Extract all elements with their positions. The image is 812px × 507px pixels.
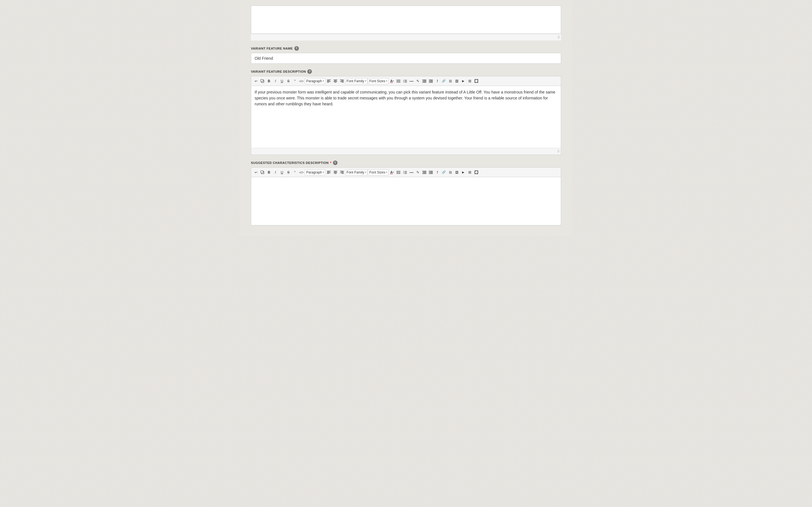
sc-unlink-button[interactable]: ⛓ [447,169,453,175]
sc-text-color-button[interactable]: A ▾ [389,169,395,175]
horizontal-rule-button[interactable]: — [408,78,414,84]
sc-unordered-list-button[interactable] [395,169,402,175]
sc-align-left-button[interactable] [326,169,332,175]
align-center-icon [334,79,337,82]
sc-fullscreen-button[interactable] [473,169,479,175]
font-family-dropdown[interactable]: Font Family ▾ [345,78,368,84]
sc-copy-button[interactable] [259,169,266,175]
resize-handle-icon-2: ⠿ [557,150,560,154]
text-color-arrow: ▾ [393,80,394,82]
variant-feature-description-help-icon[interactable]: ? [307,69,312,74]
sc-ordered-list-button[interactable]: 1. 2. 3. [402,169,408,175]
sc-video-button[interactable]: ▶ [460,169,466,175]
sc-underline-button[interactable]: U [279,169,285,175]
variant-feature-description-toolbar: ↩ B I U S “ </> Paragraph ▾ [251,76,561,86]
svg-point-49 [397,171,398,172]
sc-font-sizes-dropdown-arrow: ▾ [386,171,387,173]
sc-align-center-icon [334,171,337,174]
sc-blockquote-button[interactable]: “ [292,169,298,175]
sc-paragraph-dropdown-arrow: ▾ [323,171,324,173]
code-button[interactable]: </> [298,78,305,84]
svg-text:3.: 3. [403,81,404,82]
sc-align-right-button[interactable] [339,169,345,175]
fullscreen-icon [474,79,478,83]
italic-button[interactable]: I [272,78,278,84]
svg-point-16 [397,81,398,82]
align-right-icon [340,79,344,82]
unordered-list-button[interactable] [395,78,402,84]
sc-image-button[interactable]: 🖼 [454,169,460,175]
suggested-characteristics-content[interactable] [251,177,561,225]
sc-pen-button[interactable]: ✎ [415,169,421,175]
variant-feature-description-content[interactable]: If your previous monster form was intell… [251,86,561,148]
sc-horizontal-rule-button[interactable]: — [408,169,414,175]
svg-rect-1 [261,79,263,82]
variant-feature-name-help-icon[interactable]: ? [294,46,299,51]
outdent-icon [429,79,433,83]
required-asterisk: * [330,161,332,165]
undo-button[interactable]: ↩ [253,78,259,84]
link-button[interactable]: 🔗 [441,78,447,84]
unlink-button[interactable]: ⛓ [447,78,453,84]
suggested-characteristics-toolbar: ↩ B I U S “ </> Paragraph ▾ [251,168,561,177]
indent-right-icon [422,79,426,83]
resize-handle-icon: ⠿ [557,36,560,40]
sc-unordered-list-icon [397,171,400,174]
table-button[interactable]: ⊞ [467,78,473,84]
font-sizes-dropdown-arrow: ▾ [386,80,387,82]
bold-button[interactable]: B [266,78,272,84]
outdent-button[interactable] [428,78,434,84]
exclamation-button[interactable]: ! [434,78,441,84]
sc-font-family-dropdown[interactable]: Font Family ▾ [345,169,368,175]
font-sizes-dropdown[interactable]: Font Sizes ▾ [368,78,389,84]
paragraph-dropdown[interactable]: Paragraph ▾ [305,78,325,84]
sc-paragraph-dropdown[interactable]: Paragraph ▾ [305,169,325,175]
copy-button[interactable] [259,78,266,84]
page-wrapper: ⠿ VARIANT FEATURE NAME ? Old Friend VARI… [240,0,572,237]
ordered-list-button[interactable]: 1. 2. 3. [402,78,408,84]
blockquote-button[interactable]: “ [292,78,298,84]
variant-feature-description-resize-bar: ⠿ [251,148,561,155]
sc-font-family-dropdown-arrow: ▾ [365,171,366,173]
pen-button[interactable]: ✎ [415,78,421,84]
sc-indent-right-icon [422,171,426,174]
variant-feature-name-input[interactable]: Old Friend [251,53,561,64]
fullscreen-button[interactable] [473,78,479,84]
variant-feature-name-label: VARIANT FEATURE NAME ? [251,46,561,51]
sc-code-button[interactable]: </> [298,169,305,175]
image-button[interactable]: 🖼 [454,78,460,84]
sc-font-sizes-dropdown[interactable]: Font Sizes ▾ [368,169,389,175]
svg-point-18 [397,82,398,83]
unordered-list-icon [397,79,400,82]
svg-text:3.: 3. [403,173,404,174]
align-right-button[interactable] [339,78,345,84]
ordered-list-icon: 1. 2. 3. [403,79,407,82]
sc-align-left-icon [327,171,331,174]
strikethrough-button[interactable]: S [285,78,292,84]
sc-table-button[interactable]: ⊞ [467,169,473,175]
text-color-button[interactable]: A ▾ [389,78,395,84]
sc-exclamation-button[interactable]: ! [434,169,441,175]
sc-strikethrough-button[interactable]: S [285,169,292,175]
sc-italic-button[interactable]: I [272,169,278,175]
sc-indent-right-button[interactable] [421,169,427,175]
sc-copy-icon [260,170,264,174]
sc-undo-button[interactable]: ↩ [253,169,259,175]
video-button[interactable]: ▶ [460,78,466,84]
variant-feature-description-label: VARIANT FEATURE DESCRIPTION ? [251,69,561,74]
suggested-characteristics-label: SUGGESTED CHARACTERISTICS DESCRIPTION * … [251,161,561,165]
sc-fullscreen-icon [474,170,478,174]
top-editor-area: ⠿ [251,6,561,41]
align-left-button[interactable] [326,78,332,84]
indent-right-button[interactable] [421,78,427,84]
sc-bold-button[interactable]: B [266,169,272,175]
font-family-dropdown-arrow: ▾ [365,80,366,82]
align-center-button[interactable] [332,78,338,84]
sc-link-button[interactable]: 🔗 [441,169,447,175]
svg-point-53 [397,173,398,174]
align-left-icon [327,79,331,82]
suggested-characteristics-help-icon[interactable]: ? [333,161,338,165]
sc-outdent-button[interactable] [428,169,434,175]
sc-align-center-button[interactable] [332,169,338,175]
underline-button[interactable]: U [279,78,285,84]
